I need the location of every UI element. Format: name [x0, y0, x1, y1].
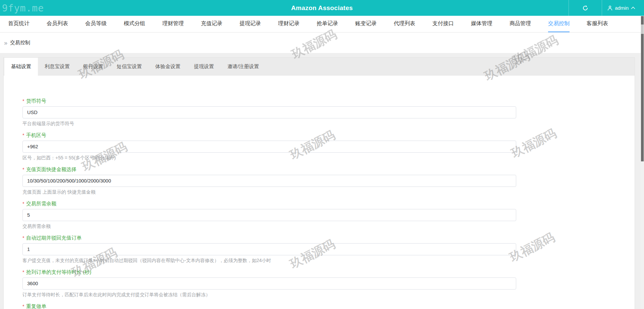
nav-item-recharge-record[interactable]: 充值记录 [201, 16, 222, 32]
payment-wait-seconds-input[interactable] [22, 277, 516, 290]
auto-expire-orders-input[interactable] [22, 243, 516, 255]
currency-symbol-input[interactable] [22, 106, 516, 118]
app-title: Amazon Associates [0, 4, 644, 12]
tab-sms-settings[interactable]: 短信宝设置 [110, 58, 149, 75]
required-asterisk: * [22, 303, 24, 309]
required-asterisk: * [22, 200, 24, 207]
field-repeat-order: * 重复做单 [22, 303, 635, 309]
nav-item-service-list[interactable]: 客服列表 [587, 16, 608, 32]
app-header: 9fym.me Amazon Associates admin [0, 0, 644, 16]
field-label: 抢到订单的支付等待时长 (秒) [26, 269, 91, 275]
field-label: 手机区号 [26, 132, 46, 138]
tab-withdraw-settings[interactable]: 提现设置 [187, 58, 221, 75]
field-help: 交易所需余额 [22, 223, 635, 229]
breadcrumb: » 交易控制 [0, 33, 644, 53]
field-quick-amounts: * 充值页面快捷金额选择 充值页面 上面显示的 快捷充值金额 [22, 166, 635, 195]
basic-settings-form: * 货币符号 平台前端显示的货币符号 * 手机区号 区号，如巴西：+55 = 5… [4, 75, 635, 309]
tab-trial-fund-settings[interactable]: 体验金设置 [149, 58, 187, 75]
scrollbar-thumb[interactable] [641, 34, 644, 161]
nav-item-agent-list[interactable]: 代理列表 [394, 16, 415, 32]
field-help: 订单支付等待时长，匹配订单后未在此时间内完成支付提交订单将会被冻结（需后台解冻） [22, 292, 635, 298]
chevron-up-icon [631, 6, 635, 9]
breadcrumb-caret-icon: » [4, 40, 7, 46]
refresh-icon [582, 5, 588, 11]
field-payment-wait-seconds: * 抢到订单的支付等待时长 (秒) 订单支付等待时长，匹配订单后未在此时间内完成… [22, 269, 635, 298]
person-icon [607, 5, 612, 11]
nav-item-account-change[interactable]: 账变记录 [355, 16, 377, 32]
nav-item-member-level[interactable]: 会员等级 [85, 16, 107, 32]
main-nav: 首页统计 会员列表 会员等级 模式分组 理财管理 充值记录 提现记录 理财记录 … [0, 16, 644, 33]
nav-item-media-manage[interactable]: 媒体管理 [471, 16, 492, 32]
refresh-button[interactable] [569, 0, 602, 16]
required-asterisk: * [22, 166, 24, 173]
nav-item-grab-record[interactable]: 抢单记录 [317, 16, 338, 32]
tab-bank-settings[interactable]: 银行设置 [76, 58, 110, 75]
scrollbar-track-gap [641, 24, 644, 34]
nav-item-withdraw-record[interactable]: 提现记录 [239, 16, 261, 32]
field-label: 货币符号 [26, 98, 46, 104]
nav-item-mode-group[interactable]: 模式分组 [124, 16, 145, 32]
field-label: 交易所需余额 [26, 201, 56, 206]
field-help: 充值页面 上面显示的 快捷充值金额 [22, 189, 635, 195]
field-label: 重复做单 [26, 303, 46, 309]
page-area: 基础设置 利息宝设置 银行设置 短信宝设置 体验金设置 提现设置 邀请/注册设置… [0, 53, 644, 309]
field-phone-area-code: * 手机区号 区号，如巴西：+55 = 55(多个区号用|分隔开) [22, 132, 635, 161]
required-balance-input[interactable] [22, 209, 516, 221]
field-auto-expire-orders: * 自动过期并驳回充值订单 客户提交充值，未支付的充值订单x小时后自动过期驳回（… [22, 235, 635, 264]
nav-item-member-list[interactable]: 会员列表 [47, 16, 68, 32]
required-asterisk: * [22, 269, 24, 275]
vertical-scrollbar[interactable] [641, 16, 644, 309]
required-asterisk: * [22, 235, 24, 241]
settings-tabs: 基础设置 利息宝设置 银行设置 短信宝设置 体验金设置 提现设置 邀请/注册设置 [4, 58, 635, 75]
tab-basic-settings[interactable]: 基础设置 [4, 58, 38, 75]
user-menu[interactable]: admin [602, 0, 641, 16]
field-label: 充值页面快捷金额选择 [26, 166, 76, 172]
username-label: admin [615, 5, 629, 11]
nav-item-home-stats[interactable]: 首页统计 [8, 16, 30, 32]
field-currency-symbol: * 货币符号 平台前端显示的货币符号 [22, 98, 635, 127]
required-asterisk: * [22, 132, 24, 139]
nav-item-trade-control[interactable]: 交易控制 [548, 16, 570, 32]
scrollbar-segment[interactable] [641, 16, 644, 24]
tab-interest-settings[interactable]: 利息宝设置 [38, 58, 76, 75]
nav-item-finance-manage[interactable]: 理财管理 [162, 16, 184, 32]
quick-amounts-input[interactable] [22, 175, 516, 187]
field-help: 区号，如巴西：+55 = 55(多个区号用|分隔开) [22, 155, 635, 161]
nav-item-product-manage[interactable]: 商品管理 [509, 16, 531, 32]
nav-item-finance-record[interactable]: 理财记录 [278, 16, 300, 32]
tab-invite-register-settings[interactable]: 邀请/注册设置 [221, 58, 266, 75]
field-help: 客户提交充值，未支付的充值订单x小时后自动过期驳回（驳回内容在帮助中心-文本内容… [22, 258, 635, 264]
field-label: 自动过期并驳回充值订单 [26, 235, 82, 241]
phone-area-code-input[interactable] [22, 141, 516, 153]
breadcrumb-label: 交易控制 [10, 40, 30, 46]
header-actions: admin [569, 0, 641, 16]
nav-item-payment-api[interactable]: 支付接口 [432, 16, 454, 32]
field-help: 平台前端显示的货币符号 [22, 121, 635, 127]
required-asterisk: * [22, 98, 24, 104]
field-required-balance: * 交易所需余额 交易所需余额 [22, 200, 635, 229]
settings-card: 基础设置 利息宝设置 银行设置 短信宝设置 体验金设置 提现设置 邀请/注册设置… [3, 57, 635, 309]
